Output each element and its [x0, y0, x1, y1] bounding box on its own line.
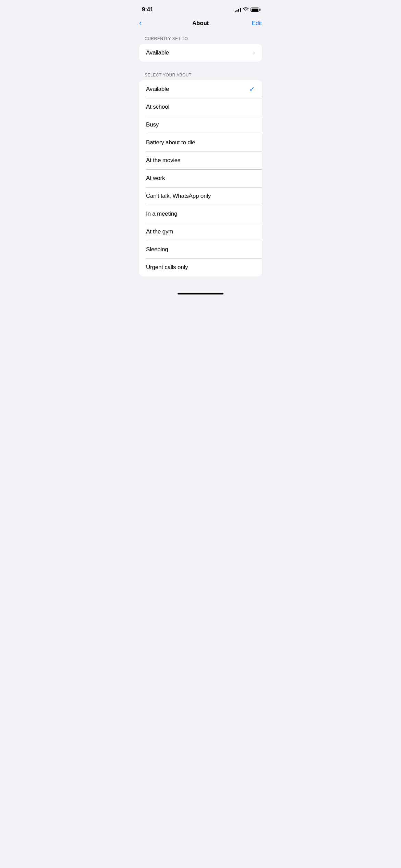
checkmark-icon: ✓ [249, 85, 255, 93]
signal-icon [235, 8, 241, 12]
list-item[interactable]: In a meeting [139, 205, 262, 223]
currently-set-card: Available › [139, 44, 262, 62]
option-cant-talk-label: Can't talk, WhatsApp only [146, 193, 211, 200]
option-meeting-label: In a meeting [146, 210, 177, 217]
option-sleeping-label: Sleeping [146, 246, 168, 253]
status-bar: 9:41 [134, 0, 267, 17]
back-chevron-icon: ‹ [139, 19, 142, 27]
wifi-icon [243, 7, 248, 12]
list-item[interactable]: Available ✓ [139, 80, 262, 98]
status-icons [235, 7, 259, 12]
option-urgent-label: Urgent calls only [146, 264, 188, 271]
option-available-label: Available [146, 86, 169, 93]
back-button[interactable]: ‹ [139, 20, 160, 27]
select-about-section: SELECT YOUR ABOUT Available ✓ At school … [134, 67, 267, 276]
option-battery-label: Battery about to die [146, 139, 195, 146]
home-indicator [134, 285, 267, 297]
select-about-card: Available ✓ At school Busy Battery about… [139, 80, 262, 276]
option-movies-label: At the movies [146, 157, 180, 164]
list-item[interactable]: Urgent calls only [139, 258, 262, 276]
list-item[interactable]: Can't talk, WhatsApp only [139, 187, 262, 205]
list-item[interactable]: At the gym [139, 223, 262, 241]
status-time: 9:41 [142, 6, 153, 13]
page-title: About [192, 20, 209, 27]
currently-set-value: Available [146, 49, 169, 56]
nav-bar: ‹ About Edit [134, 17, 267, 31]
currently-set-label: CURRENTLY SET TO [134, 31, 267, 44]
select-about-label: SELECT YOUR ABOUT [134, 67, 267, 80]
option-work-label: At work [146, 175, 165, 182]
currently-set-row[interactable]: Available › [139, 44, 262, 62]
list-item[interactable]: Busy [139, 116, 262, 134]
home-bar [178, 293, 223, 294]
battery-icon [251, 8, 259, 12]
list-item[interactable]: At the movies [139, 152, 262, 169]
option-at-school-label: At school [146, 104, 169, 110]
list-item[interactable]: Battery about to die [139, 134, 262, 152]
option-gym-label: At the gym [146, 228, 173, 235]
list-item[interactable]: Sleeping [139, 241, 262, 258]
chevron-right-icon: › [253, 49, 255, 56]
edit-button[interactable]: Edit [241, 20, 262, 27]
list-item[interactable]: At work [139, 169, 262, 187]
option-busy-label: Busy [146, 121, 159, 128]
list-item[interactable]: At school [139, 98, 262, 116]
